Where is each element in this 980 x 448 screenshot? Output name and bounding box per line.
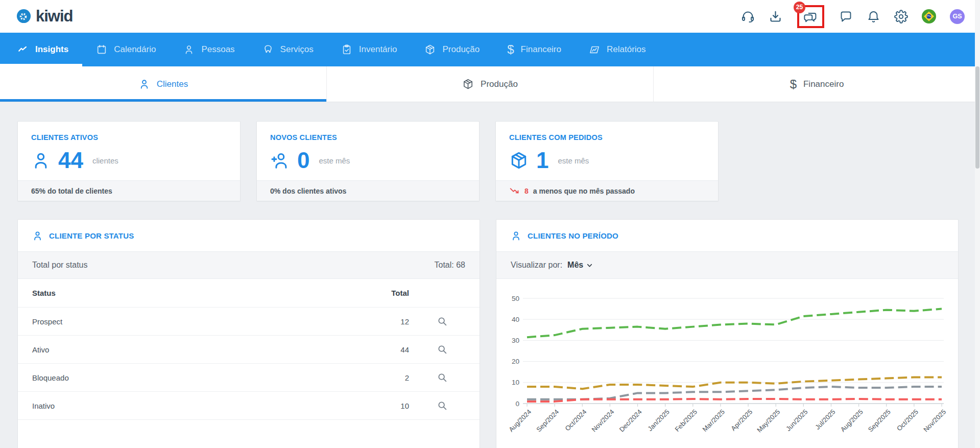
nav-item-insights[interactable]: Insights — [0, 33, 82, 66]
nav-item-relatorios[interactable]: Relatórios — [575, 33, 660, 66]
panel-title: CLIENTE POR STATUS — [49, 231, 134, 240]
nav-item-servicos[interactable]: Serviços — [249, 33, 327, 66]
card-body: NOVOS CLIENTES 0 este mês — [257, 122, 479, 180]
subtab-producao[interactable]: Produção — [327, 66, 654, 102]
filter-label: Visualizar por: — [511, 261, 562, 270]
dollar-icon: $ — [507, 44, 514, 55]
card-unit: este mês — [558, 156, 589, 165]
svg-text:Oct/2024: Oct/2024 — [563, 408, 588, 433]
stat-cards-row: CLIENTES ATIVOS 44 clientes 65% do total… — [17, 121, 963, 201]
card-footer-text: 65% do total de clientes — [31, 187, 112, 195]
table-row-ativo: Ativo 44 — [18, 336, 480, 364]
subtab-clientes[interactable]: Clientes — [0, 66, 327, 102]
nav-label: Pessoas — [201, 44, 234, 55]
main-navigation: Insights Calendário Pessoas Serviços Inv… — [0, 33, 980, 66]
person-icon — [138, 78, 150, 90]
production-cube-icon — [424, 44, 436, 55]
column-status: Status — [32, 289, 368, 297]
svg-text:Oct/2025: Oct/2025 — [895, 408, 920, 433]
nav-label: Financeiro — [521, 44, 561, 55]
nav-label: Calendário — [114, 44, 156, 55]
logo-text: kiwid — [36, 7, 73, 26]
svg-text:Jul/2025: Jul/2025 — [814, 408, 836, 431]
svg-text:10: 10 — [512, 379, 519, 386]
calendar-icon — [96, 44, 107, 55]
svg-text:Sep/2024: Sep/2024 — [535, 408, 560, 434]
nav-item-producao[interactable]: Produção — [411, 33, 493, 66]
chevron-down-icon — [586, 262, 593, 269]
production-cube-icon — [462, 78, 474, 90]
nav-label: Relatórios — [607, 44, 646, 55]
card-value-row: 1 este mês — [509, 149, 705, 172]
chart-container: 01020304050Aug/2024Sep/2024Oct/2024Nov/2… — [496, 279, 958, 442]
notifications-bell-icon[interactable] — [867, 10, 880, 23]
kiwid-drop-icon — [15, 8, 32, 25]
column-total: Total — [368, 289, 409, 297]
kiwid-logo[interactable]: kiwid — [15, 7, 73, 26]
svg-text:Mar/2025: Mar/2025 — [701, 408, 726, 433]
search-icon[interactable] — [437, 400, 448, 411]
svg-text:50: 50 — [512, 295, 519, 302]
svg-text:Aug/2025: Aug/2025 — [839, 408, 865, 434]
card-value: 0 — [297, 149, 309, 172]
search-icon[interactable] — [437, 344, 448, 355]
card-body: CLIENTES COM PEDIDOS 1 este mês — [496, 122, 718, 180]
svg-text:20: 20 — [512, 358, 519, 365]
settings-gear-icon[interactable] — [894, 10, 908, 23]
scrollbar-thumb[interactable] — [975, 66, 979, 169]
topbar: kiwid 25 — [0, 0, 980, 33]
status-summary-band: Total por status Total: 68 — [18, 251, 480, 279]
card-clientes-com-pedidos: CLIENTES COM PEDIDOS 1 este mês 8 — [495, 121, 719, 201]
clients-period-chart: 01020304050Aug/2024Sep/2024Oct/2024Nov/2… — [503, 287, 951, 440]
nav-item-calendario[interactable]: Calendário — [82, 33, 170, 66]
card-title: CLIENTES ATIVOS — [31, 133, 227, 142]
nav-item-inventario[interactable]: Inventário — [327, 33, 411, 66]
status-table-header: Status Total — [18, 279, 480, 308]
panel-header: CLIENTE POR STATUS — [18, 220, 480, 251]
card-value: 1 — [536, 149, 548, 172]
support-headset-icon[interactable] — [741, 10, 755, 23]
person-plus-icon — [270, 151, 290, 170]
user-avatar[interactable]: GS — [950, 9, 965, 24]
card-clientes-ativos: CLIENTES ATIVOS 44 clientes 65% do total… — [17, 121, 241, 201]
services-icon — [262, 44, 274, 55]
svg-text:Apr/2025: Apr/2025 — [729, 408, 754, 433]
search-icon[interactable] — [437, 316, 448, 327]
status-cell: Inativo — [32, 402, 368, 410]
nav-item-pessoas[interactable]: Pessoas — [170, 33, 248, 66]
summary-label: Total por status — [32, 261, 88, 270]
panel-header: CLIENTES NO PERÍODO — [496, 220, 958, 251]
period-filter-dropdown[interactable]: Mês — [567, 261, 593, 270]
subtab-financeiro[interactable]: $ Financeiro — [654, 66, 980, 102]
summary-total: Total: 68 — [435, 261, 465, 270]
nav-item-financeiro[interactable]: $ Financeiro — [493, 33, 575, 66]
total-cell: 44 — [368, 345, 409, 354]
svg-text:0: 0 — [515, 400, 519, 408]
subtab-label: Clientes — [157, 79, 188, 89]
card-unit: este mês — [319, 156, 350, 165]
search-icon[interactable] — [437, 372, 448, 383]
subtab-label: Financeiro — [803, 79, 844, 89]
nav-label: Serviços — [280, 44, 314, 55]
download-icon[interactable] — [769, 10, 782, 23]
svg-text:Nov/2025: Nov/2025 — [922, 408, 947, 434]
svg-text:40: 40 — [512, 316, 519, 323]
card-title: CLIENTES COM PEDIDOS — [509, 133, 705, 142]
nav-label: Insights — [35, 44, 68, 55]
panel-title: CLIENTES NO PERÍODO — [528, 231, 618, 240]
page-scrollbar[interactable] — [975, 0, 980, 448]
svg-text:Feb/2025: Feb/2025 — [673, 408, 698, 433]
trending-down-icon — [509, 185, 520, 196]
card-unit: clientes — [92, 156, 118, 165]
chat-messages-icon[interactable] — [804, 11, 818, 25]
total-cell: 12 — [368, 317, 409, 326]
card-value-row: 44 clientes — [31, 149, 227, 172]
person-icon — [32, 230, 43, 241]
insights-subtabs: Clientes Produção $ Financeiro — [0, 66, 980, 102]
message-bubble-icon[interactable] — [839, 10, 853, 23]
dashboard-content: CLIENTES ATIVOS 44 clientes 65% do total… — [0, 102, 980, 448]
inventory-clipboard-icon — [341, 44, 352, 55]
language-brazil-flag-icon[interactable] — [922, 9, 936, 23]
svg-text:Jun/2025: Jun/2025 — [784, 408, 809, 433]
card-body: CLIENTES ATIVOS 44 clientes — [18, 122, 240, 180]
